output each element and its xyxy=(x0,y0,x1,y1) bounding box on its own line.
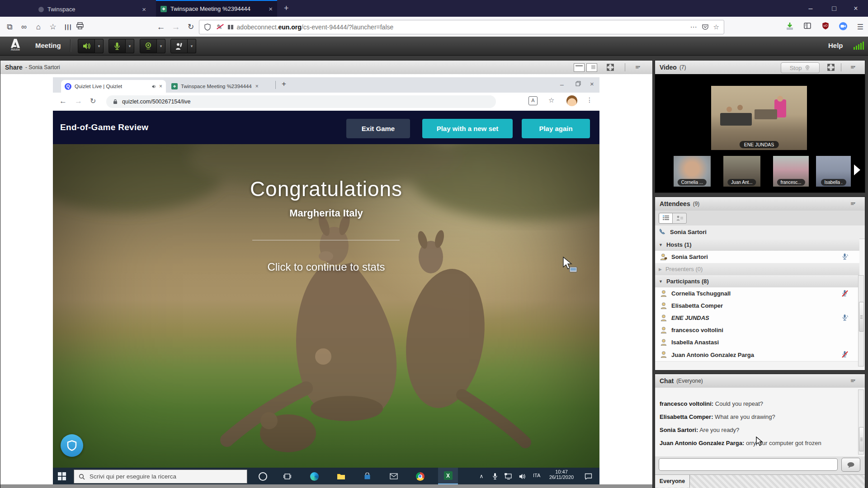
bookmarks-icon[interactable]: ☆ xyxy=(47,22,59,33)
store-icon[interactable] xyxy=(362,471,373,482)
attendees-scrollbar[interactable] xyxy=(858,275,864,366)
url-bar[interactable]: ✎ adobeconnect.eun.org/cs-event-94444/?l… xyxy=(199,20,724,34)
tracking-shield-icon[interactable] xyxy=(204,23,211,31)
window-minimize-button[interactable]: – xyxy=(800,0,821,17)
tab-close-icon[interactable]: × xyxy=(142,5,146,13)
pocket-icon[interactable] xyxy=(702,23,709,31)
video-thumbnail[interactable]: Isabella . xyxy=(816,155,851,187)
participants-group-header[interactable]: ▼ Participants (8) xyxy=(655,275,859,288)
help-menu[interactable]: Help xyxy=(828,42,843,49)
hosts-group-header[interactable]: ▼ Hosts (1) xyxy=(655,239,859,251)
tab-audio-icon[interactable] xyxy=(151,84,156,89)
chrome-new-tab-button[interactable]: + xyxy=(282,80,286,89)
play-again-button[interactable]: Play again xyxy=(522,119,590,138)
reload-icon[interactable]: ↻ xyxy=(90,97,96,105)
connection-signal-icon[interactable] xyxy=(854,42,864,50)
tab-close-icon[interactable]: × xyxy=(255,83,259,89)
chrome-url-bar[interactable]: quizlet.com/500267154/live xyxy=(106,95,496,108)
status-view-button[interactable] xyxy=(672,213,687,224)
cortana-icon[interactable] xyxy=(257,471,268,482)
fullscreen-icon[interactable] xyxy=(606,63,614,71)
video-thumbnail[interactable]: Cornelia ... xyxy=(673,155,711,187)
bookmark-star-icon[interactable]: ☆ xyxy=(713,23,719,31)
chrome-menu-icon[interactable]: ⋮ xyxy=(586,96,593,103)
webcam-control[interactable]: ▾ xyxy=(140,39,165,52)
sidebar-icon[interactable] xyxy=(803,22,815,33)
chat-messages-area[interactable]: francesco voltolini: Could you repeat? E… xyxy=(655,388,865,456)
download-icon[interactable] xyxy=(785,22,797,33)
tab-close-icon[interactable]: × xyxy=(159,83,162,89)
play-new-set-button[interactable]: Play with a new set xyxy=(422,119,513,138)
list-view-button[interactable] xyxy=(659,213,673,224)
chat-scrollbar[interactable] xyxy=(858,389,864,455)
security-shield-badge[interactable] xyxy=(61,434,83,457)
tray-mic-icon[interactable] xyxy=(490,471,500,482)
menu-icon[interactable]: ☰ xyxy=(854,22,866,33)
raise-hand-dropdown[interactable]: ▾ xyxy=(188,39,196,53)
raise-hand-icon[interactable] xyxy=(170,39,188,53)
raise-hand-control[interactable]: ▾ xyxy=(170,39,196,52)
container-icon[interactable]: ∞ xyxy=(18,22,30,33)
new-tab-button[interactable]: + xyxy=(284,4,289,13)
webcam-dropdown[interactable]: ▾ xyxy=(157,39,165,53)
attendees-pod-menu-icon[interactable]: ≡▾ xyxy=(850,200,855,207)
start-button[interactable] xyxy=(57,471,67,482)
ublock-icon[interactable]: uO xyxy=(821,22,833,33)
continue-to-stats-text[interactable]: Click to continue to stats xyxy=(53,261,599,273)
tab-close-icon[interactable]: × xyxy=(269,5,273,13)
library-icon[interactable]: ☰ xyxy=(62,21,73,33)
file-explorer-icon[interactable] xyxy=(335,471,346,482)
main-video-tile[interactable]: ENE JUNDAS xyxy=(711,86,807,150)
excel-taskbar-button[interactable]: X xyxy=(438,468,458,484)
attendee-row-host[interactable]: Sonia Sartori xyxy=(655,251,859,263)
back-icon[interactable]: ← xyxy=(155,22,167,33)
task-view-icon[interactable] xyxy=(282,471,292,482)
stop-webcam-button[interactable]: Stop xyxy=(781,62,820,73)
attendee-row[interactable]: ENE JUNDAS xyxy=(655,312,859,324)
mail-icon[interactable] xyxy=(388,471,399,482)
mic-active-icon[interactable] xyxy=(841,253,849,261)
page-actions-icon[interactable]: ⋯ xyxy=(690,23,697,31)
speaker-control[interactable]: ▾ xyxy=(78,39,104,52)
exit-game-button[interactable]: Exit Game xyxy=(346,119,410,138)
layout-split-icon[interactable] xyxy=(586,63,597,72)
avatar[interactable] xyxy=(566,95,577,106)
share-pod-menu-icon[interactable]: ≡▾ xyxy=(635,64,640,70)
microphone-dropdown[interactable]: ▾ xyxy=(126,39,134,53)
speaker-icon[interactable] xyxy=(78,39,95,53)
fullscreen-icon[interactable] xyxy=(827,63,835,71)
chrome-close-button[interactable]: × xyxy=(590,80,594,88)
attendee-row[interactable]: Elisabetta Comper xyxy=(655,300,859,312)
speaker-dropdown[interactable]: ▾ xyxy=(95,39,104,53)
forward-icon[interactable]: → xyxy=(170,22,182,33)
chat-pod-menu-icon[interactable]: ≡▾ xyxy=(850,377,855,384)
mic-active-icon[interactable] xyxy=(841,314,849,322)
tray-expand-icon[interactable]: ∧ xyxy=(476,471,487,482)
attendee-row[interactable]: Isabella Anastasi xyxy=(655,336,859,349)
chrome-tab-quizlet[interactable]: Q Quizlet Live | Quizlet × xyxy=(61,80,166,93)
tray-network-icon[interactable] xyxy=(503,471,514,482)
print-icon[interactable] xyxy=(76,22,88,33)
send-message-icon[interactable] xyxy=(841,458,860,472)
home-icon[interactable]: ⌂ xyxy=(33,22,44,33)
attendee-row[interactable]: francesco voltolini xyxy=(655,324,859,337)
browser-tab-twinspace[interactable]: Twinspace × xyxy=(34,2,151,17)
scrollbar-thumb[interactable] xyxy=(859,427,864,451)
window-close-button[interactable]: × xyxy=(845,0,866,17)
chrome-minimize-button[interactable]: – xyxy=(560,81,564,88)
browser-tab-meeting[interactable]: ❖ Twinspace Meeting %2394444 × xyxy=(156,0,277,17)
video-pod-menu-icon[interactable]: ≡▾ xyxy=(850,64,855,70)
tray-volume-icon[interactable] xyxy=(517,471,528,482)
thumbnails-next-arrow[interactable] xyxy=(854,164,860,175)
window-maximize-button[interactable]: □ xyxy=(824,0,844,17)
zoom-extension-icon[interactable] xyxy=(839,22,850,33)
translate-icon[interactable]: A xyxy=(528,96,538,105)
video-thumbnail[interactable]: francesc... xyxy=(773,155,809,187)
presenters-group-header[interactable]: ▶ Presenters (0) xyxy=(655,263,859,276)
chrome-tab-meeting[interactable]: ❖ Twinspace Meeting %2394444 × xyxy=(168,80,271,93)
site-identity-icon[interactable] xyxy=(228,25,233,29)
video-thumbnail[interactable]: Juan Ant... xyxy=(723,155,761,187)
bookmark-star-icon[interactable]: ☆ xyxy=(548,96,554,104)
clock[interactable]: 10:47 26/11/2020 xyxy=(545,469,578,480)
taskbar-search[interactable]: Scrivi qui per eseguire la ricerca xyxy=(74,469,247,483)
